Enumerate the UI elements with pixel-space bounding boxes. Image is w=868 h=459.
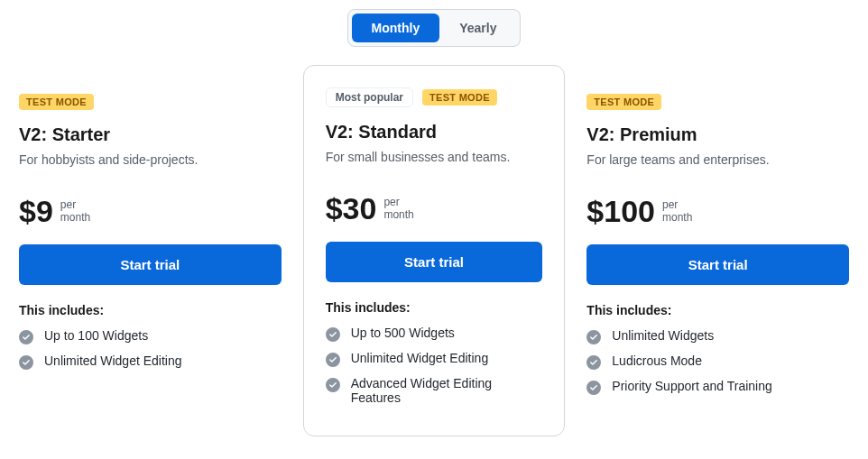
feature-list: Up to 500 Widgets Unlimited Widget Editi…	[326, 326, 543, 405]
start-trial-button[interactable]: Start trial	[326, 242, 543, 282]
plan-period: per month	[60, 198, 90, 225]
feature-text: Unlimited Widget Editing	[44, 353, 182, 368]
check-icon	[19, 330, 33, 344]
plan-card-standard: Most popular TEST MODE V2: Standard For …	[303, 65, 566, 436]
feature-text: Unlimited Widget Editing	[351, 351, 489, 365]
plan-price: $9	[19, 196, 53, 226]
plan-price: $30	[326, 193, 377, 224]
plan-price: $100	[586, 196, 655, 226]
check-icon	[19, 355, 33, 370]
check-icon	[586, 330, 601, 344]
start-trial-button[interactable]: Start trial	[19, 244, 282, 285]
includes-heading: This includes:	[586, 303, 849, 317]
feature-text: Ludicrous Mode	[612, 353, 702, 368]
feature-text: Priority Support and Training	[612, 379, 771, 393]
test-mode-badge: TEST MODE	[422, 89, 497, 106]
feature-item: Ludicrous Mode	[586, 353, 849, 370]
feature-list: Unlimited Widgets Ludicrous Mode Priorit…	[586, 328, 849, 395]
feature-item: Unlimited Widget Editing	[326, 351, 543, 367]
feature-text: Advanced Widget Editing Features	[351, 376, 543, 405]
plan-description: For large teams and enterprises.	[586, 152, 849, 167]
includes-heading: This includes:	[19, 303, 282, 317]
feature-text: Unlimited Widgets	[612, 328, 714, 343]
check-icon	[586, 381, 601, 395]
check-icon	[326, 378, 340, 392]
pricing-grid: TEST MODE V2: Starter For hobbyists and …	[19, 72, 849, 436]
feature-item: Advanced Widget Editing Features	[326, 376, 543, 405]
feature-text: Up to 500 Widgets	[351, 326, 455, 340]
plan-description: For small businesses and teams.	[326, 150, 543, 164]
toggle-yearly[interactable]: Yearly	[439, 14, 516, 42]
plan-title: V2: Premium	[586, 124, 849, 145]
check-icon	[326, 327, 340, 342]
check-icon	[326, 353, 340, 367]
test-mode-badge: TEST MODE	[19, 94, 94, 110]
includes-heading: This includes:	[326, 300, 543, 315]
plan-card-premium: TEST MODE V2: Premium For large teams an…	[586, 72, 849, 426]
plan-period: per month	[662, 198, 692, 225]
test-mode-badge: TEST MODE	[586, 94, 661, 110]
check-icon	[586, 355, 601, 370]
feature-item: Up to 500 Widgets	[326, 326, 543, 342]
plan-card-starter: TEST MODE V2: Starter For hobbyists and …	[19, 72, 282, 400]
feature-item: Up to 100 Widgets	[19, 328, 282, 344]
plan-period: per month	[383, 196, 413, 222]
feature-item: Unlimited Widget Editing	[19, 353, 282, 370]
feature-item: Unlimited Widgets	[586, 328, 849, 344]
feature-text: Up to 100 Widgets	[44, 328, 148, 343]
most-popular-badge: Most popular	[326, 87, 413, 107]
toggle-monthly[interactable]: Monthly	[352, 14, 440, 42]
feature-item: Priority Support and Training	[586, 379, 849, 395]
feature-list: Up to 100 Widgets Unlimited Widget Editi…	[19, 328, 282, 370]
plan-description: For hobbyists and side-projects.	[19, 152, 282, 167]
start-trial-button[interactable]: Start trial	[586, 244, 849, 285]
billing-toggle: Monthly Yearly	[347, 9, 522, 47]
plan-title: V2: Standard	[326, 122, 543, 142]
plan-title: V2: Starter	[19, 124, 282, 145]
